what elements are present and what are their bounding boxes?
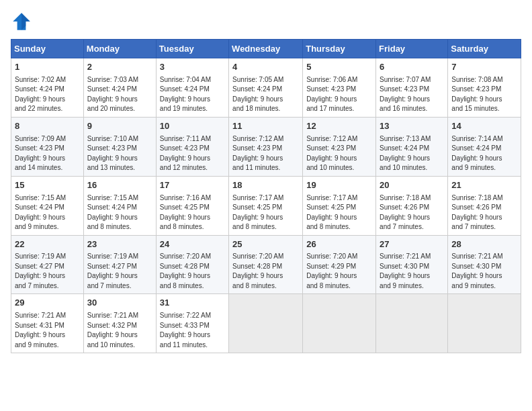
day-info: Sunrise: 7:19 AM Sunset: 4:27 PM Dayligh…	[87, 252, 152, 291]
calendar-cell: 20Sunrise: 7:18 AM Sunset: 4:26 PM Dayli…	[376, 176, 448, 235]
day-number: 8	[15, 120, 80, 133]
day-number: 16	[87, 179, 152, 192]
col-header-sunday: Sunday	[11, 40, 84, 58]
calendar-cell	[229, 294, 303, 353]
day-info: Sunrise: 7:13 AM Sunset: 4:24 PM Dayligh…	[380, 134, 444, 173]
day-info: Sunrise: 7:02 AM Sunset: 4:24 PM Dayligh…	[15, 75, 80, 114]
day-number: 2	[87, 61, 152, 74]
day-info: Sunrise: 7:20 AM Sunset: 4:28 PM Dayligh…	[232, 252, 299, 291]
day-number: 14	[451, 120, 517, 133]
calendar-cell: 26Sunrise: 7:20 AM Sunset: 4:29 PM Dayli…	[303, 235, 376, 294]
day-info: Sunrise: 7:21 AM Sunset: 4:30 PM Dayligh…	[451, 252, 517, 291]
calendar-cell: 11Sunrise: 7:12 AM Sunset: 4:23 PM Dayli…	[229, 117, 303, 176]
day-info: Sunrise: 7:06 AM Sunset: 4:23 PM Dayligh…	[306, 75, 372, 114]
calendar-week-row: 22Sunrise: 7:19 AM Sunset: 4:27 PM Dayli…	[11, 235, 521, 294]
day-number: 25	[232, 238, 299, 251]
day-number: 29	[15, 297, 80, 310]
day-info: Sunrise: 7:20 AM Sunset: 4:28 PM Dayligh…	[160, 252, 225, 291]
logo-icon	[11, 11, 32, 32]
calendar-week-row: 1Sunrise: 7:02 AM Sunset: 4:24 PM Daylig…	[11, 58, 521, 118]
col-header-monday: Monday	[83, 40, 156, 58]
calendar-cell: 5Sunrise: 7:06 AM Sunset: 4:23 PM Daylig…	[303, 58, 376, 118]
day-info: Sunrise: 7:12 AM Sunset: 4:23 PM Dayligh…	[232, 134, 299, 173]
calendar-cell	[303, 294, 376, 353]
day-info: Sunrise: 7:20 AM Sunset: 4:29 PM Dayligh…	[306, 252, 372, 291]
day-number: 12	[306, 120, 372, 133]
calendar-cell: 10Sunrise: 7:11 AM Sunset: 4:23 PM Dayli…	[156, 117, 228, 176]
calendar-cell	[448, 294, 521, 353]
calendar-cell: 8Sunrise: 7:09 AM Sunset: 4:23 PM Daylig…	[11, 117, 84, 176]
day-info: Sunrise: 7:15 AM Sunset: 4:24 PM Dayligh…	[87, 193, 152, 232]
day-number: 22	[15, 238, 80, 251]
day-info: Sunrise: 7:12 AM Sunset: 4:23 PM Dayligh…	[306, 134, 372, 173]
day-number: 19	[306, 179, 372, 192]
day-info: Sunrise: 7:03 AM Sunset: 4:24 PM Dayligh…	[87, 75, 152, 114]
page-header	[11, 11, 521, 32]
calendar-table: SundayMondayTuesdayWednesdayThursdayFrid…	[11, 39, 521, 353]
day-number: 4	[232, 61, 299, 74]
calendar-cell: 19Sunrise: 7:17 AM Sunset: 4:25 PM Dayli…	[303, 176, 376, 235]
day-info: Sunrise: 7:17 AM Sunset: 4:25 PM Dayligh…	[232, 193, 299, 232]
calendar-cell: 4Sunrise: 7:05 AM Sunset: 4:24 PM Daylig…	[229, 58, 303, 118]
day-number: 5	[306, 61, 372, 74]
day-number: 11	[232, 120, 299, 133]
day-info: Sunrise: 7:14 AM Sunset: 4:24 PM Dayligh…	[451, 134, 517, 173]
col-header-wednesday: Wednesday	[229, 40, 303, 58]
day-number: 24	[160, 238, 225, 251]
day-info: Sunrise: 7:21 AM Sunset: 4:30 PM Dayligh…	[380, 252, 444, 291]
day-info: Sunrise: 7:18 AM Sunset: 4:26 PM Dayligh…	[380, 193, 444, 232]
day-number: 6	[380, 61, 444, 74]
day-number: 31	[160, 297, 225, 310]
day-number: 26	[306, 238, 372, 251]
col-header-tuesday: Tuesday	[156, 40, 228, 58]
day-info: Sunrise: 7:09 AM Sunset: 4:23 PM Dayligh…	[15, 134, 80, 173]
calendar-cell: 25Sunrise: 7:20 AM Sunset: 4:28 PM Dayli…	[229, 235, 303, 294]
calendar-cell: 14Sunrise: 7:14 AM Sunset: 4:24 PM Dayli…	[448, 117, 521, 176]
calendar-cell: 31Sunrise: 7:22 AM Sunset: 4:33 PM Dayli…	[156, 294, 228, 353]
day-info: Sunrise: 7:07 AM Sunset: 4:23 PM Dayligh…	[380, 75, 444, 114]
day-number: 10	[160, 120, 225, 133]
day-number: 27	[380, 238, 444, 251]
col-header-friday: Friday	[376, 40, 448, 58]
calendar-cell: 16Sunrise: 7:15 AM Sunset: 4:24 PM Dayli…	[83, 176, 156, 235]
calendar-cell: 29Sunrise: 7:21 AM Sunset: 4:31 PM Dayli…	[11, 294, 84, 353]
day-number: 15	[15, 179, 80, 192]
day-info: Sunrise: 7:16 AM Sunset: 4:25 PM Dayligh…	[160, 193, 225, 232]
day-info: Sunrise: 7:05 AM Sunset: 4:24 PM Dayligh…	[232, 75, 299, 114]
calendar-cell: 30Sunrise: 7:21 AM Sunset: 4:32 PM Dayli…	[83, 294, 156, 353]
calendar-cell: 24Sunrise: 7:20 AM Sunset: 4:28 PM Dayli…	[156, 235, 228, 294]
day-number: 3	[160, 61, 225, 74]
calendar-cell: 28Sunrise: 7:21 AM Sunset: 4:30 PM Dayli…	[448, 235, 521, 294]
day-info: Sunrise: 7:21 AM Sunset: 4:32 PM Dayligh…	[87, 311, 152, 350]
calendar-week-row: 15Sunrise: 7:15 AM Sunset: 4:24 PM Dayli…	[11, 176, 521, 235]
col-header-thursday: Thursday	[303, 40, 376, 58]
col-header-saturday: Saturday	[448, 40, 521, 58]
day-info: Sunrise: 7:19 AM Sunset: 4:27 PM Dayligh…	[15, 252, 80, 291]
calendar-header-row: SundayMondayTuesdayWednesdayThursdayFrid…	[11, 40, 521, 58]
day-info: Sunrise: 7:08 AM Sunset: 4:23 PM Dayligh…	[451, 75, 517, 114]
day-info: Sunrise: 7:04 AM Sunset: 4:24 PM Dayligh…	[160, 75, 225, 114]
calendar-cell: 15Sunrise: 7:15 AM Sunset: 4:24 PM Dayli…	[11, 176, 84, 235]
calendar-cell: 13Sunrise: 7:13 AM Sunset: 4:24 PM Dayli…	[376, 117, 448, 176]
day-info: Sunrise: 7:11 AM Sunset: 4:23 PM Dayligh…	[160, 134, 225, 173]
calendar-week-row: 29Sunrise: 7:21 AM Sunset: 4:31 PM Dayli…	[11, 294, 521, 353]
day-number: 18	[232, 179, 299, 192]
day-info: Sunrise: 7:18 AM Sunset: 4:26 PM Dayligh…	[451, 193, 517, 232]
calendar-cell	[376, 294, 448, 353]
calendar-cell: 9Sunrise: 7:10 AM Sunset: 4:23 PM Daylig…	[83, 117, 156, 176]
calendar-cell: 2Sunrise: 7:03 AM Sunset: 4:24 PM Daylig…	[83, 58, 156, 118]
calendar-cell: 22Sunrise: 7:19 AM Sunset: 4:27 PM Dayli…	[11, 235, 84, 294]
day-number: 28	[451, 238, 517, 251]
day-number: 20	[380, 179, 444, 192]
svg-marker-1	[21, 13, 30, 30]
day-number: 1	[15, 61, 80, 74]
day-info: Sunrise: 7:10 AM Sunset: 4:23 PM Dayligh…	[87, 134, 152, 173]
calendar-cell: 17Sunrise: 7:16 AM Sunset: 4:25 PM Dayli…	[156, 176, 228, 235]
calendar-cell: 18Sunrise: 7:17 AM Sunset: 4:25 PM Dayli…	[229, 176, 303, 235]
calendar-week-row: 8Sunrise: 7:09 AM Sunset: 4:23 PM Daylig…	[11, 117, 521, 176]
calendar-cell: 12Sunrise: 7:12 AM Sunset: 4:23 PM Dayli…	[303, 117, 376, 176]
day-number: 13	[380, 120, 444, 133]
calendar-cell: 7Sunrise: 7:08 AM Sunset: 4:23 PM Daylig…	[448, 58, 521, 118]
day-number: 21	[451, 179, 517, 192]
calendar-cell: 1Sunrise: 7:02 AM Sunset: 4:24 PM Daylig…	[11, 58, 84, 118]
